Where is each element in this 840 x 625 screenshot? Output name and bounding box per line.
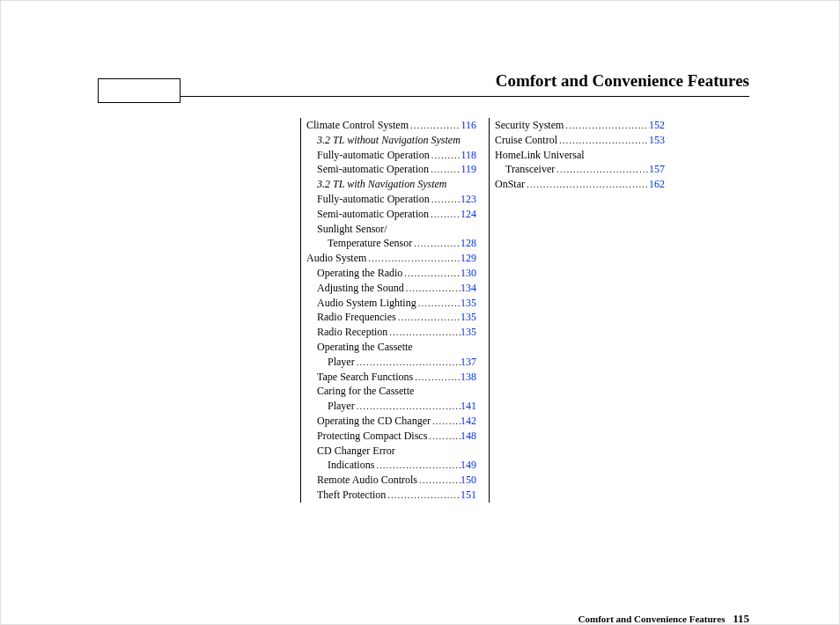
toc-page-link[interactable]: 138 xyxy=(461,370,476,385)
toc-page-link[interactable]: 134 xyxy=(461,281,476,296)
toc-page-link[interactable]: 137 xyxy=(461,355,476,370)
toc-entry-label: Semi-automatic Operation xyxy=(317,162,429,177)
toc-entry-label: Transceiver xyxy=(505,162,555,177)
toc-page-link[interactable]: 128 xyxy=(461,236,476,251)
toc-entry: Sunlight Sensor/ xyxy=(306,222,476,237)
toc-page-link[interactable]: 123 xyxy=(461,192,476,207)
toc-leader-dots xyxy=(374,459,461,472)
toc-page-link[interactable]: 150 xyxy=(461,473,476,488)
toc-entry-label: Caring for the Cassette xyxy=(317,384,414,399)
toc-entry-label: Radio Reception xyxy=(317,325,387,340)
toc-leader-dots xyxy=(355,356,461,369)
toc-entry: Protecting Compact Discs148 xyxy=(306,429,476,444)
toc-column-2: Security System152Cruise Control153HomeL… xyxy=(489,118,665,503)
toc-entry-label: Audio System xyxy=(306,251,366,266)
toc-leader-dots xyxy=(396,311,461,324)
toc-entry-label: Protecting Compact Discs xyxy=(317,429,427,444)
page: Comfort and Convenience Features Climate… xyxy=(98,71,749,503)
toc-page-link[interactable]: 135 xyxy=(461,296,476,311)
toc-page-link[interactable]: 152 xyxy=(649,118,665,133)
toc-entry-label: Fully-automatic Operation xyxy=(317,192,430,207)
toc-leader-dots xyxy=(402,267,461,280)
toc-leader-dots xyxy=(430,193,461,206)
toc-leader-dots xyxy=(366,252,461,265)
toc-entry-label: Theft Protection xyxy=(317,488,386,503)
toc-page-link[interactable]: 142 xyxy=(461,414,476,429)
toc-entry: Caring for the Cassette xyxy=(306,384,476,399)
toc-entry: 3.2 TL without Navigation System xyxy=(306,133,476,148)
toc-entry: Climate Control System116 xyxy=(306,118,476,133)
toc-entry-label: 3.2 TL with Navigation System xyxy=(317,177,446,192)
toc-leader-dots xyxy=(416,297,461,310)
toc-entry-label: Audio System Lighting xyxy=(317,296,416,311)
toc-page-link[interactable]: 135 xyxy=(461,310,476,325)
toc-page-link[interactable]: 119 xyxy=(461,162,476,177)
toc-entry: Security System152 xyxy=(495,118,665,133)
page-footer: Comfort and Convenience Features 115 xyxy=(578,612,749,625)
toc-leader-dots xyxy=(417,474,461,487)
toc-page-link[interactable]: 162 xyxy=(649,177,665,192)
toc-entry-label: Operating the Cassette xyxy=(317,340,413,355)
toc-entry-label: Semi-automatic Operation xyxy=(317,207,429,222)
toc-entry: HomeLink Universal xyxy=(495,148,665,163)
toc-entry-label: CD Changer Error xyxy=(317,444,395,459)
toc-entry: Operating the CD Changer142 xyxy=(306,414,476,429)
toc-entry-label: Cruise Control xyxy=(495,133,557,148)
toc-entry: Tape Search Functions138 xyxy=(306,370,476,385)
toc-entry-label: Fully-automatic Operation xyxy=(317,148,430,163)
toc-leader-dots xyxy=(564,119,649,132)
toc-page-link[interactable]: 118 xyxy=(461,148,476,163)
toc-leader-dots xyxy=(525,178,649,191)
toc-entry-label: Sunlight Sensor/ xyxy=(317,222,387,237)
toc-entry-label: OnStar xyxy=(495,177,525,192)
toc-page-link[interactable]: 124 xyxy=(461,207,476,222)
toc-entry-label: 3.2 TL without Navigation System xyxy=(317,133,461,148)
toc-entry: Operating the Cassette xyxy=(306,340,476,355)
toc-entry: Fully-automatic Operation118 xyxy=(306,148,476,163)
toc-entry: Semi-automatic Operation124 xyxy=(306,207,476,222)
toc-page-link[interactable]: 157 xyxy=(649,162,665,177)
section-title: Comfort and Convenience Features xyxy=(98,71,749,94)
toc-page-link[interactable]: 130 xyxy=(461,266,476,281)
toc-leader-dots xyxy=(412,237,461,250)
footer-section-label: Comfort and Convenience Features xyxy=(578,614,726,624)
toc-entry: CD Changer Error xyxy=(306,444,476,459)
toc-entry: Theft Protection151 xyxy=(306,488,476,503)
toc-entry-label: Temperature Sensor xyxy=(328,236,412,251)
toc-entry-label: Player xyxy=(328,355,355,370)
toc-entry: Adjusting the Sound134 xyxy=(306,281,476,296)
footer-page-number: 115 xyxy=(733,612,749,625)
toc-leader-dots xyxy=(555,163,649,176)
toc-entry-label: Operating the CD Changer xyxy=(317,414,431,429)
toc-entry: Audio System Lighting135 xyxy=(306,296,476,311)
toc-entry-label: HomeLink Universal xyxy=(495,148,585,163)
title-rule xyxy=(98,96,749,97)
toc-entry: Player141 xyxy=(306,399,476,414)
toc-page-link[interactable]: 153 xyxy=(649,133,665,148)
toc-page-link[interactable]: 129 xyxy=(461,251,476,266)
toc-entry-label: Indications xyxy=(328,458,374,473)
toc-entry-label: Radio Frequencies xyxy=(317,310,396,325)
toc-page-link[interactable]: 149 xyxy=(461,458,476,473)
toc-entry: Indications149 xyxy=(306,458,476,473)
toc-entry-label: Climate Control System xyxy=(306,118,409,133)
toc-entry: Transceiver157 xyxy=(495,162,665,177)
toc-leader-dots xyxy=(386,489,461,502)
table-of-contents: Climate Control System1163.2 TL without … xyxy=(300,118,749,503)
toc-column-1: Climate Control System1163.2 TL without … xyxy=(300,118,476,503)
toc-leader-dots xyxy=(431,415,461,428)
toc-entry-label: Remote Audio Controls xyxy=(317,473,417,488)
toc-entry: Cruise Control153 xyxy=(495,133,665,148)
toc-entry: Temperature Sensor128 xyxy=(306,236,476,251)
toc-page-link[interactable]: 148 xyxy=(461,429,476,444)
toc-leader-dots xyxy=(413,371,461,384)
toc-leader-dots xyxy=(429,208,461,221)
toc-entry: Radio Reception135 xyxy=(306,325,476,340)
toc-leader-dots xyxy=(355,400,461,413)
toc-page-link[interactable]: 135 xyxy=(461,325,476,340)
toc-page-link[interactable]: 141 xyxy=(461,399,476,414)
toc-page-link[interactable]: 116 xyxy=(461,118,476,133)
toc-entry-label: Security System xyxy=(495,118,564,133)
toc-page-link[interactable]: 151 xyxy=(461,488,476,503)
toc-leader-dots xyxy=(387,326,461,339)
